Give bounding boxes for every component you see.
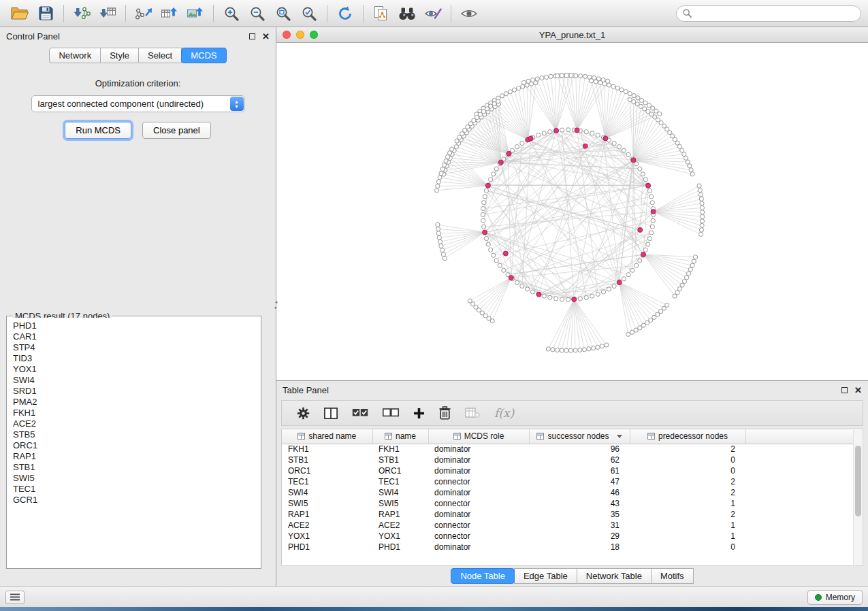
- table-row[interactable]: SWI4SWI4dominator462: [282, 487, 853, 498]
- column-header-shared-name[interactable]: shared name: [282, 429, 372, 444]
- result-node-item[interactable]: RAP1: [13, 451, 255, 462]
- result-node-item[interactable]: PMA2: [13, 397, 255, 408]
- result-node-item[interactable]: ACE2: [13, 418, 255, 429]
- float-panel-icon[interactable]: [249, 33, 255, 39]
- global-search-box[interactable]: [676, 5, 861, 22]
- deselect-all-icon: [383, 408, 399, 418]
- deselect-all-button[interactable]: [383, 408, 399, 418]
- column-header-name[interactable]: name: [372, 429, 428, 444]
- result-node-item[interactable]: CAR1: [13, 331, 255, 342]
- select-all-icon: [352, 408, 368, 418]
- find-button[interactable]: [394, 3, 420, 24]
- toolbar-separator: [125, 5, 126, 22]
- minimize-window-icon[interactable]: [296, 31, 304, 39]
- toolbar-separator: [327, 5, 327, 22]
- table-row[interactable]: YOX1YOX1connector291: [282, 531, 853, 542]
- result-node-item[interactable]: FKH1: [13, 408, 255, 418]
- table-cell: STB1: [372, 455, 428, 465]
- result-node-item[interactable]: STB5: [13, 429, 255, 440]
- memory-button[interactable]: Memory: [807, 590, 863, 605]
- table-cell: 18: [529, 542, 630, 552]
- zoom-in-button[interactable]: [219, 3, 244, 24]
- table-cell: dominator: [428, 455, 529, 465]
- vertical-splitter-handle[interactable]: ◂▸: [273, 299, 279, 310]
- optimization-criterion-select[interactable]: largest connected component (undirected)…: [31, 95, 245, 112]
- save-session-button[interactable]: [33, 3, 59, 24]
- open-folder-icon: [11, 6, 29, 21]
- table-row[interactable]: PHD1PHD1dominator180: [282, 542, 853, 552]
- export-table-button[interactable]: [157, 3, 182, 24]
- tab-select[interactable]: Select: [138, 48, 182, 63]
- tab-style[interactable]: Style: [100, 48, 139, 63]
- table-cell: 47: [529, 476, 630, 487]
- result-node-item[interactable]: STP4: [13, 342, 255, 353]
- close-window-icon[interactable]: [283, 31, 291, 39]
- zoom-fit-icon: [275, 5, 291, 22]
- result-node-item[interactable]: SRD1: [13, 386, 255, 397]
- result-node-item[interactable]: STB1: [13, 462, 255, 473]
- float-panel-icon[interactable]: [841, 387, 848, 393]
- tab-network-table[interactable]: Network Table: [577, 568, 652, 584]
- apply-style-button[interactable]: [420, 3, 446, 24]
- scrollbar-thumb[interactable]: [855, 446, 861, 516]
- table-row[interactable]: SWI5SWI5connector431: [282, 498, 853, 509]
- table-row[interactable]: TEC1TEC1connector472: [282, 476, 853, 487]
- table-row[interactable]: STB1STB1dominator620: [282, 455, 853, 465]
- run-mcds-button[interactable]: Run MCDS: [65, 122, 131, 139]
- tab-node-table[interactable]: Node Table: [451, 568, 515, 584]
- close-panel-button[interactable]: Close panel: [142, 122, 211, 139]
- delete-column-button[interactable]: [439, 406, 451, 420]
- table-settings-button[interactable]: [297, 407, 310, 420]
- close-panel-icon[interactable]: ✕: [262, 33, 270, 39]
- column-header-predecessor-nodes[interactable]: predecessor nodes: [630, 429, 745, 444]
- result-node-item[interactable]: TID3: [13, 353, 255, 364]
- export-network-button[interactable]: [131, 3, 157, 24]
- network-canvas[interactable]: [276, 43, 868, 380]
- table-cell: 31: [529, 520, 630, 531]
- import-table-button[interactable]: [95, 3, 120, 24]
- result-node-item[interactable]: SWI5: [13, 473, 255, 484]
- clone-network-button[interactable]: [368, 3, 394, 24]
- column-header-MCDS-role[interactable]: MCDS role: [428, 429, 529, 444]
- close-panel-icon[interactable]: ✕: [854, 387, 862, 393]
- result-node-item[interactable]: PHD1: [13, 320, 255, 331]
- table-row[interactable]: ACE2ACE2connector311: [282, 520, 853, 531]
- tab-motifs[interactable]: Motifs: [651, 568, 694, 584]
- open-file-button[interactable]: [7, 3, 33, 24]
- table-row[interactable]: RAP1RAP1dominator352: [282, 509, 853, 520]
- table-cell: ORC1: [282, 465, 372, 476]
- main-toolbar: [0, 0, 868, 27]
- result-node-item[interactable]: ORC1: [13, 440, 255, 451]
- result-node-item[interactable]: TEC1: [13, 484, 255, 495]
- tab-edge-table[interactable]: Edge Table: [514, 568, 577, 584]
- table-cell: FKH1: [372, 444, 428, 455]
- table-row[interactable]: ORC1ORC1dominator610: [282, 465, 853, 476]
- table-scrollbar[interactable]: [853, 430, 862, 565]
- tab-network[interactable]: Network: [49, 48, 101, 63]
- table-row[interactable]: FKH1FKH1dominator962: [282, 444, 853, 455]
- add-column-button[interactable]: [413, 408, 425, 419]
- column-header-successor-nodes[interactable]: successor nodes: [529, 429, 630, 444]
- refresh-layout-button[interactable]: [332, 3, 358, 24]
- zoom-selected-button[interactable]: [296, 3, 322, 24]
- tab-mcds[interactable]: MCDS: [181, 48, 226, 63]
- show-graphics-details-button[interactable]: [456, 3, 482, 24]
- search-input[interactable]: [696, 9, 854, 18]
- table-cell-filler: [745, 542, 853, 552]
- delete-table-icon: [465, 408, 480, 418]
- table-cell: YOX1: [282, 531, 372, 542]
- table-cell: 1: [630, 520, 745, 531]
- maximize-window-icon[interactable]: [310, 31, 318, 39]
- show-columns-button[interactable]: [324, 408, 338, 419]
- result-node-item[interactable]: YOX1: [13, 364, 255, 375]
- import-network-button[interactable]: [69, 3, 95, 24]
- result-node-item[interactable]: SWI4: [13, 375, 255, 386]
- result-node-item[interactable]: GCR1: [13, 495, 255, 506]
- export-image-button[interactable]: [182, 3, 208, 24]
- select-all-button[interactable]: [352, 408, 368, 418]
- zoom-fit-button[interactable]: [270, 3, 296, 24]
- zoom-out-button[interactable]: [244, 3, 270, 24]
- eye-icon: [460, 7, 478, 20]
- table-cell: RAP1: [372, 509, 428, 520]
- status-menu-button[interactable]: [5, 591, 25, 604]
